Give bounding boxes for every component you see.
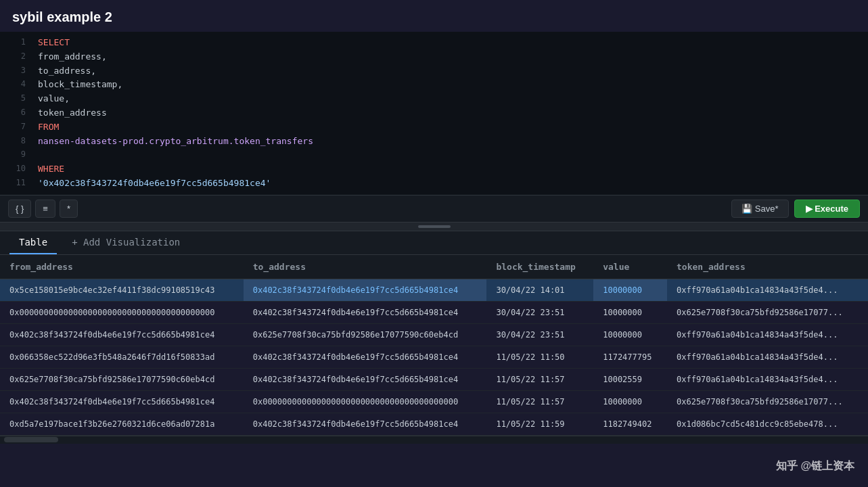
cell-to_address: 0x402c38f343724f0db4e6e19f7cc5d665b4981c…: [244, 413, 487, 435]
drag-handle[interactable]: [0, 223, 868, 231]
code-line: 4 block_timestamp,: [0, 78, 868, 92]
line-number: 10: [7, 162, 26, 175]
cell-from_address: 0x402c38f343724f0db4e6e19f7cc5d665b4981c…: [0, 390, 244, 413]
code-editor: 1SELECT2 from_address,3 to_address,4 blo…: [0, 32, 868, 195]
cell-token_address: 0xff970a61a04b1ca14834a43f5de4...: [667, 323, 868, 346]
column-header-to_address: to_address: [244, 255, 487, 279]
line-number: 6: [7, 106, 26, 119]
cell-block_timestamp: 30/04/22 23:51: [486, 301, 593, 323]
code-text: '0x402c38f343724f0db4e6e19f7cc5d665b4981…: [38, 177, 271, 191]
tab-add-visualization[interactable]: + Add Visualization: [62, 231, 189, 254]
format-table-button[interactable]: ≡: [35, 200, 55, 218]
code-line: 5 value,: [0, 92, 868, 106]
cell-from_address: 0x402c38f343724f0db4e6e19f7cc5d665b4981c…: [0, 323, 244, 346]
code-line: 7FROM: [0, 120, 868, 135]
cell-to_address: 0x402c38f343724f0db4e6e19f7cc5d665b4981c…: [244, 346, 487, 368]
cell-from_address: 0xd5a7e197bace1f3b26e2760321d6ce06ad0728…: [0, 413, 244, 435]
code-line: 6 token_address: [0, 106, 868, 120]
column-header-token_address: token_address: [667, 255, 868, 279]
cell-value: 10000000: [593, 279, 667, 301]
code-line: 11 '0x402c38f343724f0db4e6e19f7cc5d665b4…: [0, 177, 868, 191]
table-row: 0x00000000000000000000000000000000000000…: [0, 301, 868, 323]
cell-value: 10000000: [593, 390, 667, 413]
line-number: 11: [7, 177, 26, 189]
code-line: 2 from_address,: [0, 50, 868, 64]
cell-value: 10000000: [593, 301, 667, 323]
code-text: SELECT: [38, 36, 70, 50]
cell-from_address: 0x066358ec522d96e3fb548a2646f7dd16f50833…: [0, 346, 244, 368]
code-text: block_timestamp,: [38, 78, 122, 92]
code-line: 9: [0, 148, 868, 162]
cell-token_address: 0xff970a61a04b1ca14834a43f5de4...: [667, 368, 868, 390]
page-title: sybil example 2: [0, 0, 868, 32]
table-wrapper[interactable]: from_addressto_addressblock_timestampval…: [0, 255, 868, 436]
line-number: 2: [7, 50, 26, 63]
column-header-from_address: from_address: [0, 255, 244, 279]
cell-value: 1182749402: [593, 413, 667, 435]
code-line: 8 nansen-datasets-prod.crypto_arbitrum.t…: [0, 135, 868, 149]
save-button[interactable]: 💾 Save*: [731, 200, 788, 218]
cell-token_address: 0xff970a61a04b1ca14834a43f5de4...: [667, 279, 868, 301]
cell-value: 1172477795: [593, 346, 667, 368]
cell-to_address: 0x402c38f343724f0db4e6e19f7cc5d665b4981c…: [244, 279, 487, 301]
cell-block_timestamp: 30/04/22 23:51: [486, 323, 593, 346]
toolbar: { } ≡ * 💾 Save* ▶ Execute: [0, 195, 868, 223]
cell-token_address: 0x1d086bc7cd5c481dcc9c85ebe478...: [667, 413, 868, 435]
cell-to_address: 0x402c38f343724f0db4e6e19f7cc5d665b4981c…: [244, 368, 487, 390]
table-row: 0xd5a7e197bace1f3b26e2760321d6ce06ad0728…: [0, 413, 868, 435]
cell-value: 10002559: [593, 368, 667, 390]
line-number: 7: [7, 120, 26, 133]
code-line: 1SELECT: [0, 36, 868, 50]
code-line: 10WHERE: [0, 162, 868, 177]
table-row: 0x625e7708f30ca75bfd92586e17077590c60eb4…: [0, 368, 868, 390]
cell-block_timestamp: 11/05/22 11:57: [486, 390, 593, 413]
tab-table[interactable]: Table: [9, 231, 57, 254]
watermark: 知乎 @链上资本: [776, 459, 854, 473]
code-text: from_address,: [38, 50, 107, 64]
line-number: 5: [7, 92, 26, 105]
code-line: 3 to_address,: [0, 64, 868, 78]
code-text: FROM: [38, 120, 59, 135]
cell-from_address: 0x625e7708f30ca75bfd92586e17077590c60eb4…: [0, 368, 244, 390]
cell-block_timestamp: 11/05/22 11:59: [486, 413, 593, 435]
code-text: token_address: [38, 106, 107, 120]
code-text: WHERE: [38, 162, 64, 177]
table-row: 0x402c38f343724f0db4e6e19f7cc5d665b4981c…: [0, 390, 868, 413]
cell-token_address: 0x625e7708f30ca75bfd92586e17077...: [667, 301, 868, 323]
format-asterisk-button[interactable]: *: [60, 200, 78, 218]
line-number: 9: [7, 148, 26, 161]
line-number: 8: [7, 135, 26, 147]
execute-button[interactable]: ▶ Execute: [794, 200, 860, 218]
tabs-row: Table+ Add Visualization: [0, 231, 868, 255]
line-number: 4: [7, 78, 26, 91]
column-header-value: value: [593, 255, 667, 279]
format-json-button[interactable]: { }: [8, 200, 31, 218]
cell-token_address: 0xff970a61a04b1ca14834a43f5de4...: [667, 346, 868, 368]
cell-from_address: 0x5ce158015e9bc4ec32ef4411f38dc99108519c…: [0, 279, 244, 301]
line-number: 3: [7, 64, 26, 77]
results-table: from_addressto_addressblock_timestampval…: [0, 255, 868, 436]
code-text: nansen-datasets-prod.crypto_arbitrum.tok…: [38, 135, 313, 149]
code-text: to_address,: [38, 64, 96, 78]
cell-to_address: 0x625e7708f30ca75bfd92586e17077590c60eb4…: [244, 323, 487, 346]
code-text: value,: [38, 92, 70, 106]
cell-block_timestamp: 11/05/22 11:57: [486, 368, 593, 390]
bottom-scrollbar[interactable]: [0, 436, 868, 444]
table-row: 0x402c38f343724f0db4e6e19f7cc5d665b4981c…: [0, 323, 868, 346]
cell-token_address: 0x625e7708f30ca75bfd92586e17077...: [667, 390, 868, 413]
cell-from_address: 0x00000000000000000000000000000000000000…: [0, 301, 244, 323]
table-row: 0x066358ec522d96e3fb548a2646f7dd16f50833…: [0, 346, 868, 368]
cell-block_timestamp: 11/05/22 11:50: [486, 346, 593, 368]
cell-to_address: 0x00000000000000000000000000000000000000…: [244, 390, 487, 413]
cell-to_address: 0x402c38f343724f0db4e6e19f7cc5d665b4981c…: [244, 301, 487, 323]
line-number: 1: [7, 36, 26, 49]
cell-value: 10000000: [593, 323, 667, 346]
cell-block_timestamp: 30/04/22 14:01: [486, 279, 593, 301]
table-row: 0x5ce158015e9bc4ec32ef4411f38dc99108519c…: [0, 279, 868, 301]
code-text: [38, 148, 43, 162]
column-header-block_timestamp: block_timestamp: [486, 255, 593, 279]
